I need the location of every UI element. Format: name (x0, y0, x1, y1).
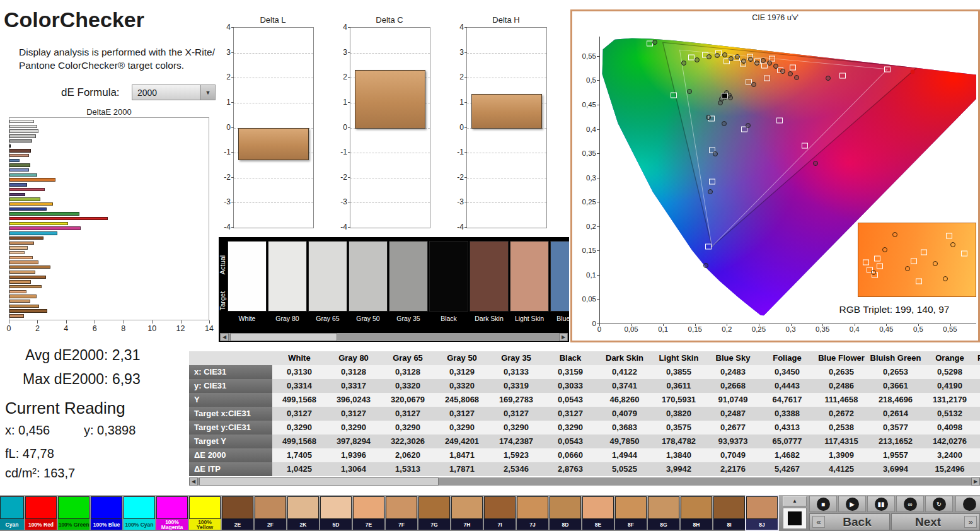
infinity-button[interactable]: ∞ (896, 496, 924, 512)
swatch-gray-80: Gray 80 (268, 241, 307, 322)
back-arrow-icon[interactable]: « (812, 516, 825, 528)
spinner-up-icon[interactable]: ▲ (783, 496, 807, 506)
scroll-thumb[interactable] (199, 477, 439, 486)
table-cell: 178,4782 (652, 435, 706, 448)
table-cell: 0,209 (977, 365, 980, 379)
delta-bar (238, 128, 309, 161)
table-cell: 0,2653 (868, 365, 923, 379)
swatch-label: Black (429, 315, 468, 322)
scroll-right-icon[interactable]: ▶ (559, 333, 568, 341)
measurement-marker (729, 56, 734, 61)
table-row-target-y: Target Y499,1568397,8294322,3026249,4201… (189, 435, 980, 448)
deltae-axis-label: 14 (203, 324, 216, 333)
table-cell: 0,0660 (543, 448, 597, 462)
deltae-axis-tick (95, 320, 95, 324)
table-cell: 5,640 (977, 462, 980, 476)
patch-color (451, 496, 483, 519)
reading-fl: fL: 47,78 (5, 446, 54, 461)
target-marker (884, 66, 891, 72)
inset-target-marker (874, 256, 880, 262)
patch-tile-8i[interactable]: 8I (713, 496, 745, 530)
de-formula-dropdown[interactable]: 2000 ▼ (132, 85, 216, 100)
delta-axis-label: 0 (453, 123, 464, 132)
gridline (234, 103, 313, 103)
table-cell: 142,0276 (923, 435, 977, 448)
patch-tile-100-yellow[interactable]: 100% Yellow (189, 496, 221, 530)
play-button[interactable]: ▶ (838, 496, 866, 512)
scroll-left-icon[interactable]: ◀ (189, 477, 198, 486)
column-header-white: White (272, 351, 326, 365)
patch-tile-100-magenta[interactable]: 100% Magenta (156, 496, 188, 530)
swatch-strip-scrollbar[interactable]: ◀ ▶ (220, 333, 568, 341)
next-arrow-icon[interactable]: » (964, 516, 977, 528)
cie-y-tick (597, 56, 599, 57)
chevron-down-icon[interactable]: ▼ (200, 85, 215, 100)
row-label: x: CIE31 (189, 365, 272, 379)
table-cell: 0,0543 (543, 393, 597, 407)
refresh-button[interactable]: ↻ (925, 496, 953, 512)
cie-x-label: 0,55 (941, 325, 960, 333)
deltae-bar-2k (9, 246, 28, 249)
scroll-thumb[interactable] (230, 333, 337, 341)
patch-tile-2k[interactable]: 2K (287, 496, 319, 530)
patch-tile-7e[interactable]: 7E (353, 496, 384, 530)
patch-tile-8d[interactable]: 8D (550, 496, 581, 530)
deltae-bar-magenta (9, 226, 81, 230)
pause-button[interactable]: ▮▮ (867, 496, 895, 512)
patch-color (255, 496, 286, 519)
inset-measurement-marker (950, 242, 955, 247)
deltae-bar-5d (9, 251, 25, 254)
table-cell: 0,3320 (435, 379, 489, 393)
scroll-right-icon[interactable]: ▶ (971, 477, 980, 486)
cie-title: CIE 1976 u'v' (572, 13, 978, 22)
patch-tile-7f[interactable]: 7F (386, 496, 417, 530)
patch-tile-8h[interactable]: 8H (681, 496, 712, 530)
zoom-inset (858, 223, 976, 297)
cie-plot: RGB Triplet: 199, 140, 97 (599, 37, 976, 324)
patch-label: 8H (681, 519, 712, 530)
inset-target-marker (911, 259, 917, 264)
scroll-left-icon[interactable]: ◀ (220, 333, 229, 341)
patch-tile-8e[interactable]: 8E (582, 496, 614, 530)
patch-tile-100-green[interactable]: 100% Green (58, 496, 89, 530)
table-cell: 117,4315 (814, 435, 868, 448)
extra-button[interactable] (955, 496, 980, 512)
delta-axis-tick (231, 52, 234, 53)
patch-label: 100% Cyan (124, 519, 155, 530)
patch-label: 100% Blue (91, 519, 122, 530)
patch-tile-5d[interactable]: 5D (320, 496, 352, 530)
table-corner-cell (189, 351, 272, 365)
gridline (467, 153, 546, 153)
patch-tile-100-blue[interactable]: 100% Blue (91, 496, 122, 530)
swatch-color (268, 241, 307, 312)
patch-tile-2e[interactable]: 2E (222, 496, 253, 530)
patch-tile-7g[interactable]: 7G (418, 496, 450, 530)
scroll-track[interactable] (229, 333, 559, 341)
patch-tile-cyan[interactable]: Cyan (0, 496, 24, 530)
patch-tile-2f[interactable]: 2F (255, 496, 286, 530)
table-cell: 0,3575 (652, 421, 706, 435)
patch-tile-100-cyan[interactable]: 100% Cyan (124, 496, 155, 530)
patch-tile-7i[interactable]: 7I (484, 496, 516, 530)
deltae-axis-tick (152, 320, 153, 324)
swatch-color (470, 241, 509, 312)
patch-display-button[interactable] (783, 508, 807, 529)
patch-tile-8j[interactable]: 8J (746, 496, 778, 530)
swatch-gray-35: Gray 35 (389, 241, 428, 322)
patch-tile-7h[interactable]: 7H (451, 496, 483, 530)
table-cell: 49,7850 (597, 435, 652, 448)
patch-tile-8g[interactable]: 8G (648, 496, 679, 530)
deltae-bar-7i (9, 276, 46, 279)
deltae-bar-bluish-green (9, 173, 37, 177)
next-button[interactable]: Next » (891, 513, 980, 530)
cie-x-tick (695, 324, 696, 326)
back-button[interactable]: « Back (809, 513, 890, 530)
patch-tile-100-red[interactable]: 100% Red (25, 496, 57, 530)
scroll-track[interactable] (198, 477, 971, 486)
table-cell: 0,2668 (706, 379, 760, 393)
patch-tile-7j[interactable]: 7J (517, 496, 548, 530)
patch-tile-8f[interactable]: 8F (615, 496, 647, 530)
table-scrollbar[interactable]: ◀ ▶ (189, 477, 980, 486)
delta-axis-label: 4 (219, 23, 231, 32)
stop-button[interactable]: ■ (809, 496, 837, 512)
